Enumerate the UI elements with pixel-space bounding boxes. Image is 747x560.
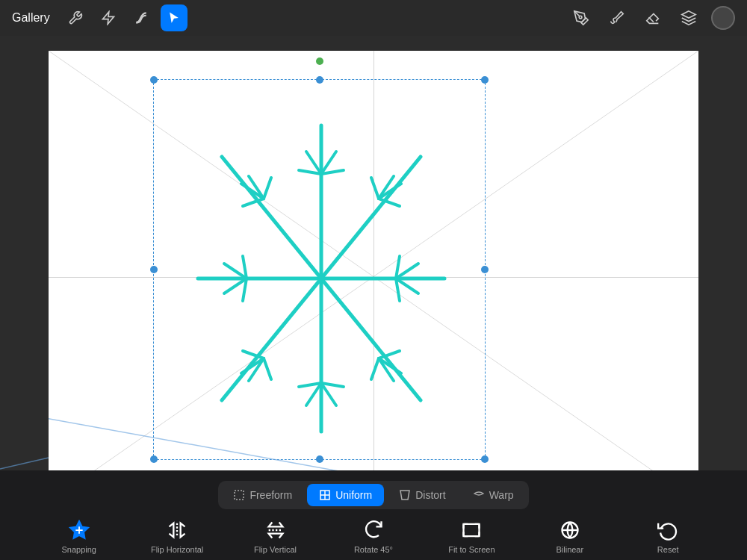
nav-right xyxy=(568,4,735,31)
svg-marker-48 xyxy=(400,491,409,500)
svg-rect-52 xyxy=(464,524,480,536)
tab-distort-label: Distort xyxy=(415,489,445,501)
bilinear-icon xyxy=(558,518,582,542)
eraser-tool-icon[interactable] xyxy=(639,4,666,31)
fit-to-screen-icon xyxy=(459,518,483,542)
transform-mode-tabs: Freeform Uniform Distort Warp xyxy=(218,481,528,509)
reset-icon xyxy=(656,518,680,542)
snapping-icon xyxy=(67,518,91,542)
brush-tool-icon[interactable] xyxy=(604,4,630,31)
tab-warp-label: Warp xyxy=(489,489,514,501)
snowflake-svg xyxy=(161,96,482,461)
nav-tool-icons xyxy=(62,4,187,31)
bilinear-action[interactable]: Bilinear xyxy=(540,518,600,554)
white-canvas xyxy=(49,51,698,503)
freeform-icon xyxy=(233,489,245,501)
svg-line-36 xyxy=(264,358,271,379)
snowflake-graphic xyxy=(161,96,482,461)
svg-point-1 xyxy=(579,16,582,19)
tab-freeform-label: Freeform xyxy=(249,489,292,501)
wrench-icon-button[interactable] xyxy=(62,4,89,31)
svg-marker-2 xyxy=(682,11,695,18)
svg-line-40 xyxy=(371,358,379,379)
bottom-toolbar: Freeform Uniform Distort Warp xyxy=(0,470,747,560)
rotate-45-action[interactable]: Rotate 45° xyxy=(344,518,403,554)
lightning-icon-button[interactable] xyxy=(95,4,122,31)
scurve-icon-button[interactable] xyxy=(128,4,155,31)
warp-icon xyxy=(473,489,485,501)
flip-horizontal-label: Flip Horizontal xyxy=(151,545,203,554)
snapping-label: Snapping xyxy=(61,545,96,554)
top-navigation: Gallery xyxy=(0,0,747,36)
corner-handle-top-left[interactable] xyxy=(150,76,158,84)
uniform-icon xyxy=(319,489,331,501)
corner-handle-top-right[interactable] xyxy=(481,76,489,84)
svg-marker-0 xyxy=(102,12,114,25)
distort-icon xyxy=(399,489,411,501)
tab-uniform[interactable]: Uniform xyxy=(307,484,384,506)
tab-uniform-label: Uniform xyxy=(335,489,372,501)
layers-icon[interactable] xyxy=(675,4,702,31)
corner-handle-bot-right[interactable] xyxy=(481,455,489,463)
corner-handle-bot-left[interactable] xyxy=(150,455,158,463)
rotate-45-label: Rotate 45° xyxy=(354,545,393,554)
svg-line-28 xyxy=(264,178,271,199)
fit-to-screen-label: Fit to Screen xyxy=(448,545,495,554)
rotate-45-icon xyxy=(362,518,385,542)
flip-horizontal-icon xyxy=(165,518,189,542)
flip-horizontal-action[interactable]: Flip Horizontal xyxy=(147,518,207,554)
reset-action[interactable]: Reset xyxy=(638,518,698,554)
svg-line-32 xyxy=(371,178,379,199)
corner-handle-top-center[interactable] xyxy=(316,76,323,84)
mid-handle-right[interactable] xyxy=(481,266,489,273)
user-avatar[interactable] xyxy=(711,6,735,30)
rotate-handle-top[interactable] xyxy=(316,57,323,65)
flip-vertical-label: Flip Vertical xyxy=(254,545,297,554)
reset-label: Reset xyxy=(657,545,679,554)
tab-distort[interactable]: Distort xyxy=(387,484,457,506)
flip-vertical-icon xyxy=(264,518,288,542)
flip-vertical-action[interactable]: Flip Vertical xyxy=(246,518,306,554)
gallery-button[interactable]: Gallery xyxy=(12,11,50,25)
nav-left: Gallery xyxy=(12,4,187,31)
snapping-action[interactable]: Snapping xyxy=(49,518,109,554)
pen-tool-icon[interactable] xyxy=(568,4,595,31)
fit-to-screen-action[interactable]: Fit to Screen xyxy=(441,518,501,554)
cursor-icon-button[interactable] xyxy=(161,4,187,31)
bilinear-label: Bilinear xyxy=(556,545,583,554)
svg-rect-44 xyxy=(235,491,244,500)
tab-freeform[interactable]: Freeform xyxy=(221,484,304,506)
mid-handle-left[interactable] xyxy=(150,266,158,273)
svg-line-42 xyxy=(0,458,49,469)
action-row: Snapping Flip Horizontal Fli xyxy=(0,512,747,557)
tab-warp[interactable]: Warp xyxy=(461,484,526,506)
